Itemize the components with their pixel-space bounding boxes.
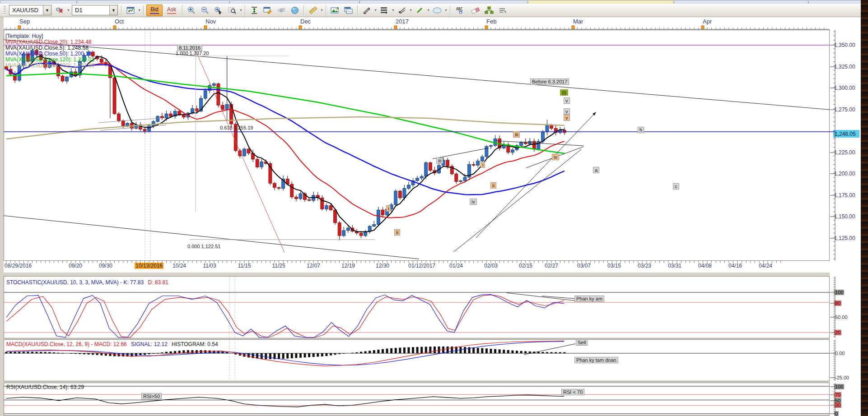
month-label: Apr — [703, 18, 712, 25]
macd-header: MACD(XAU/USD.Close, 12, 26, 9) - MACD: 1… — [6, 341, 221, 347]
desktop-edge — [861, 0, 868, 416]
wave-badge[interactable]: iv — [552, 154, 559, 160]
wave-badge[interactable]: iii — [513, 131, 520, 138]
month-label: 2017 — [396, 18, 409, 25]
wave-badge[interactable]: ii — [394, 229, 400, 236]
annotation-label[interactable]: Before 6.3.2017 — [530, 79, 569, 85]
month-label: Feb — [486, 18, 496, 25]
annotation-label[interactable]: 0.000 1,122.51 — [187, 244, 220, 249]
wave-badge[interactable]: i — [386, 205, 391, 212]
stochastic-header-d: D: 83.81 — [148, 279, 168, 286]
annotation-label[interactable]: 8.11.2016 — [177, 45, 202, 51]
panel-note[interactable]: Sell — [576, 339, 588, 346]
month-label: Sep — [19, 18, 30, 25]
wave-badge[interactable]: c — [673, 183, 679, 190]
wave-badge[interactable]: iii — [436, 157, 443, 164]
wave-badge[interactable]: v — [564, 97, 570, 104]
trading-station-window: { "toolbar": { "symbol": "XAU/USD", "per… — [0, 0, 868, 416]
wave-badge[interactable]: v — [564, 108, 570, 115]
legend-row: MVA(XAU/USD.Close,200): 1,261.60 — [5, 63, 94, 69]
stochastic-header: STOCHASTIC(XAU/USD, 10, 3, 3, MVA, MVA) … — [6, 279, 171, 286]
panel-note[interactable]: RSI < 70 — [561, 389, 584, 395]
wave-badge[interactable]: h — [638, 127, 644, 133]
month-label: Oct — [115, 18, 124, 25]
month-label: Dec — [300, 18, 311, 25]
wave-badge[interactable]: (i) — [560, 89, 568, 96]
month-label: Nov — [205, 18, 216, 25]
wave-badge[interactable]: v — [564, 115, 570, 121]
annotation-label[interactable]: 0.618 1,255.19 — [220, 125, 253, 130]
chart-graphics[interactable] — [0, 0, 868, 416]
wave-badge[interactable]: ii — [490, 182, 496, 189]
rsi-header: RSI(XAU/USD.Close, 14): 63.29 — [6, 384, 84, 390]
panel-note[interactable]: Phan ky tam doan — [574, 357, 618, 363]
wave-badge[interactable]: iv — [470, 199, 477, 205]
macd-header-hist: HISTOGRAM: 0.54 — [172, 341, 218, 347]
macd-header-signal: SIGNAL: 12.12 — [131, 341, 168, 347]
panel-note[interactable]: RSI>50 — [141, 393, 162, 399]
stochastic-header-main: STOCHASTIC(XAU/USD, 10, 3, 3, MVA, MVA) … — [6, 279, 144, 286]
annotation-label[interactable]: 1.000 1,337.20 — [176, 51, 209, 56]
panel-note[interactable]: Phan ky am — [574, 296, 604, 302]
month-label: Mar — [573, 18, 583, 25]
wave-badge[interactable]: i — [481, 162, 485, 168]
macd-header-main: MACD(XAU/USD.Close, 12, 26, 9) - MACD: 1… — [6, 341, 127, 347]
wave-badge[interactable]: a — [593, 167, 599, 173]
indicator-legend: [Template: Huy] MVA(XAU/USD.Close,20): 1… — [5, 33, 94, 69]
